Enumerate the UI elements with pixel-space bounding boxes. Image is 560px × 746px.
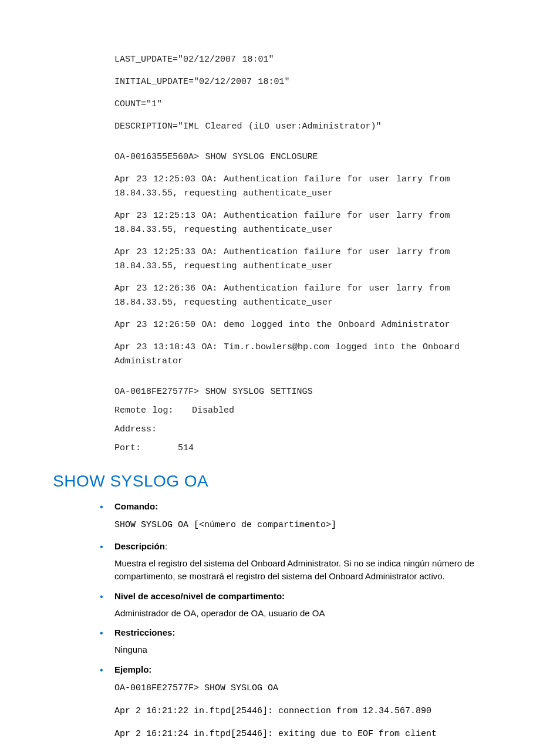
code-block-enclosure: OA-0016355E560A> SHOW SYSLOG ENCLOSURE A… [114,150,513,369]
spec-label: Ejemplo: [114,664,151,674]
colon: : [165,541,167,551]
code-line: Remote log: Disabled [114,404,513,418]
code-line: Apr 23 12:26:50 OA: demo logged into the… [114,318,513,332]
spec-body-mono: SHOW SYSLOG OA [<número de compartimento… [114,517,513,533]
code-line: Port: 514 [114,441,513,455]
spec-item-comando: Comando: SHOW SYSLOG OA [<número de comp… [97,501,513,533]
code-line: Apr 2 16:21:24 in.ftpd[25446]: exiting d… [114,726,513,742]
section-heading: SHOW SYSLOG OA [53,472,513,491]
spec-item-descripcion: Descripción: Muestra el registro del sis… [97,541,513,583]
spec-label: Descripción [114,541,165,551]
code-line: OA-0018FE27577F> SHOW SYSLOG SETTINGS [114,385,513,399]
spec-item-nivel: Nivel de acceso/nivel de compartimento: … [97,591,513,620]
code-line: Apr 23 12:25:03 OA: Authentication failu… [114,173,513,201]
code-line: DESCRIPTION="IML Cleared (iLO user:Admin… [114,120,513,134]
spec-list: Comando: SHOW SYSLOG OA [<número de comp… [97,501,513,746]
spec-body: Administrador de OA, operador de OA, usu… [114,607,513,620]
code-line: OA-0018FE27577F> SHOW SYSLOG OA [114,680,513,696]
spec-label: Comando: [114,501,158,511]
code-line: Address: [114,423,513,437]
code-line: Apr 23 13:18:43 OA: Tim.r.bowlers@hp.com… [114,340,513,369]
spec-item-restricciones: Restricciones: Ninguna [97,627,513,656]
code-line: COUNT="1" [114,97,513,112]
code-line: OA-0016355E560A> SHOW SYSLOG ENCLOSURE [114,150,513,164]
code-line: LAST_UPDATE="02/12/2007 18:01" [114,53,513,67]
code-line: Apr 23 12:26:36 OA: Authentication failu… [114,282,513,310]
spec-label: Restricciones: [114,627,175,637]
spec-body: Muestra el registro del sistema del Onbo… [114,557,513,583]
code-line: INITIAL_UPDATE="02/12/2007 18:01" [114,75,513,89]
code-block-top: LAST_UPDATE="02/12/2007 18:01" INITIAL_U… [114,53,513,134]
spec-label: Nivel de acceso/nivel de compartimento: [114,591,285,601]
spec-body: Ninguna [114,643,513,656]
document-page: LAST_UPDATE="02/12/2007 18:01" INITIAL_U… [0,0,560,746]
code-block-settings: OA-0018FE27577F> SHOW SYSLOG SETTINGS Re… [114,385,513,455]
code-line: Apr 2 16:21:22 in.ftpd[25446]: connectio… [114,703,513,719]
spec-body-mono: OA-0018FE27577F> SHOW SYSLOG OA Apr 2 16… [114,680,513,746]
spec-item-ejemplo: Ejemplo: OA-0018FE27577F> SHOW SYSLOG OA… [97,664,513,746]
code-line: Apr 23 12:25:13 OA: Authentication failu… [114,209,513,237]
code-line: SHOW SYSLOG OA [<número de compartimento… [114,517,513,533]
code-line: Apr 23 12:25:33 OA: Authentication failu… [114,245,513,274]
